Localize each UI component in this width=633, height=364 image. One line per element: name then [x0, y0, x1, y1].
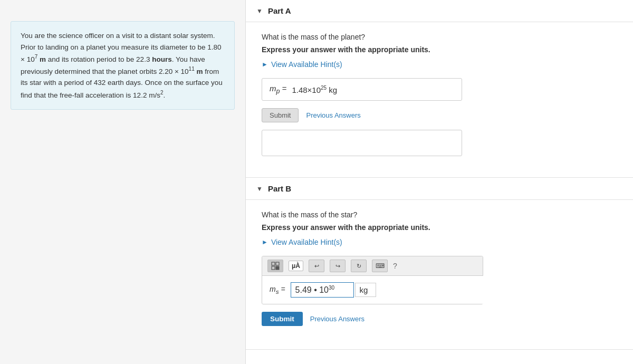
part-b-input-value[interactable]: 5.49 • 1030	[291, 282, 354, 298]
math-toolbar: μÀ ↩ ↪ ↻ ⌨	[262, 256, 483, 276]
part-a-instruction: Express your answer with the appropriate…	[262, 45, 617, 54]
part-a-prev-answers-link[interactable]: Previous Answers	[306, 111, 360, 119]
part-b-unit-label: kg	[360, 285, 368, 294]
part-b-title: Part B	[268, 184, 291, 193]
right-panel: ▼ Part A What is the mass of the planet?…	[245, 0, 633, 364]
toolbar-refresh-icon[interactable]: ↻	[351, 260, 367, 272]
part-a-section: ▼ Part A What is the mass of the planet?…	[246, 0, 633, 178]
toolbar-keyboard-icon[interactable]: ⌨	[372, 260, 388, 272]
toolbar-help-icon[interactable]: ?	[393, 262, 397, 270]
part-a-submit-row: Submit Previous Answers	[262, 108, 617, 122]
part-a-header[interactable]: ▼ Part A	[246, 0, 633, 22]
part-b-submit-row: Submit Previous Answers	[262, 312, 617, 326]
part-a-arrow-icon: ▼	[256, 7, 263, 15]
math-editor: μÀ ↩ ↪ ↻ ⌨	[262, 256, 483, 304]
part-b-question: What is the mass of the star?	[262, 210, 617, 219]
problem-box: You are the science officer on a visit t…	[11, 21, 235, 110]
left-panel: You are the science officer on a visit t…	[0, 0, 245, 364]
part-b-header[interactable]: ▼ Part B	[246, 178, 633, 200]
svg-rect-3	[276, 266, 279, 270]
part-b-section: ▼ Part B What is the mass of the star? E…	[246, 178, 633, 350]
part-a-content: What is the mass of the planet? Express …	[246, 22, 633, 177]
part-b-submit-button[interactable]: Submit	[262, 312, 303, 326]
toolbar-mu-icon[interactable]: μÀ	[289, 261, 303, 271]
math-input-area: ms = 5.49 • 1030 kg	[262, 276, 484, 304]
toolbar-grid-icon[interactable]	[267, 260, 283, 272]
part-a-answer-box: mp = 1.48×1025 kg	[262, 78, 462, 101]
part-b-answer-label: ms =	[270, 285, 285, 295]
problem-text: You are the science officer on a visit t…	[21, 30, 225, 101]
svg-rect-1	[276, 262, 279, 265]
part-b-hint-label: View Available Hint(s)	[271, 238, 342, 246]
part-a-hint-label: View Available Hint(s)	[271, 60, 342, 69]
hint-b-arrow-icon: ►	[262, 238, 268, 246]
part-b-unit-box[interactable]: kg	[355, 283, 376, 297]
part-a-submit-button[interactable]: Submit	[262, 108, 299, 122]
part-b-instruction: Express your answer with the appropriate…	[262, 223, 617, 232]
part-a-question: What is the mass of the planet?	[262, 33, 617, 41]
part-a-answer-value: 1.48×1025 kg	[292, 85, 337, 94]
hint-a-arrow-icon: ►	[262, 61, 268, 68]
svg-rect-2	[272, 266, 275, 270]
part-a-hint-link[interactable]: ► View Available Hint(s)	[262, 60, 617, 69]
part-b-prev-answers-link[interactable]: Previous Answers	[310, 315, 365, 323]
toolbar-redo-icon[interactable]: ↪	[330, 260, 346, 272]
toolbar-undo-icon[interactable]: ↩	[309, 260, 324, 272]
part-a-answer-label: mp =	[270, 84, 286, 95]
part-a-feedback-box	[262, 130, 462, 156]
part-b-arrow-icon: ▼	[256, 185, 263, 193]
part-a-title: Part A	[268, 6, 291, 15]
part-b-hint-link[interactable]: ► View Available Hint(s)	[262, 238, 617, 246]
svg-rect-0	[272, 262, 275, 265]
part-b-content: What is the mass of the star? Express yo…	[246, 200, 633, 349]
